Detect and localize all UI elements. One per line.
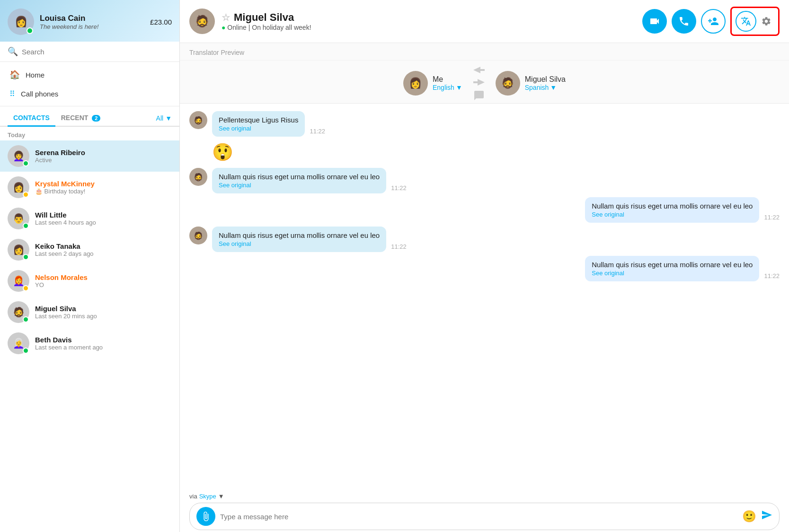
contact-beth[interactable]: 👩‍🦳 Beth Davis Last seen a moment ago [0,328,179,359]
home-icon: 🏠 [9,70,20,80]
message-row: 🧔 Pellentesque Ligus Risus See original … [189,111,780,137]
status-dot-green [23,316,29,323]
contact-avatar: 👩‍🦳 [8,332,29,354]
via-service-link[interactable]: Skype [199,493,216,500]
message-input[interactable] [220,513,737,521]
tab-recent[interactable]: RECENT 2 [55,110,106,127]
msg-bubble: Pellentesque Ligus Risus See original [212,111,305,137]
voice-call-button[interactable] [672,9,696,34]
video-icon [649,16,660,27]
contact-language-selector[interactable]: Spanish ▼ [525,84,566,91]
status-dot-yellow [23,192,29,198]
see-original-link[interactable]: See original [219,240,380,247]
translator-separator [472,65,486,101]
contact-sub: YO [35,281,172,288]
message-row: 🧔 Nullam quis risus eget urna mollis orn… [189,227,780,252]
translator-users: 👩 Me English ▼ [180,61,789,103]
chevron-down-icon: ▼ [550,84,557,91]
status-dot-green [23,254,29,260]
msg-avatar: 🧔 [189,168,207,186]
msg-time: 11:22 [764,214,780,221]
contact-avatar: 🧔 [496,71,520,96]
tabs-bar: CONTACTS RECENT 2 All ▼ [0,106,179,127]
contact-avatar: 👩‍🦰 [8,270,29,292]
see-original-link[interactable]: See original [592,211,753,218]
tab-contacts[interactable]: CONTACTS [8,110,55,127]
contact-will[interactable]: 👨 Will Little Last seen 4 hours ago [0,203,179,234]
star-icon[interactable]: ☆ [222,12,230,23]
contact-sub: Last seen 4 hours ago [35,219,172,226]
send-icon [761,509,772,521]
msg-bubble-right: Nullam quis risus eget urna mollis ornar… [585,197,759,223]
contact-krystal[interactable]: 👩 Krystal McKinney 🎂 Birthday today! [0,172,179,203]
add-contact-icon [708,16,719,27]
message-row-right: 11:22 Nullam quis risus eget urna mollis… [189,197,780,223]
contact-name: Nelson Morales [35,273,172,281]
nav-items: 🏠 Home ⠿ Call phones [0,62,179,106]
me-label: Me [433,75,462,84]
emoji-button[interactable]: 🙂 [742,510,756,523]
search-input[interactable] [22,48,172,56]
msg-avatar: 🧔 [189,111,207,129]
see-original-link[interactable]: See original [219,182,380,189]
msg-time: 11:22 [310,128,325,135]
phone-icon [678,16,690,27]
tab-all-filter[interactable]: All ▼ [156,114,172,122]
user-status-text: The weekend is here! [40,23,98,30]
me-avatar: 👩 [403,71,428,96]
gear-icon [761,16,771,26]
chevron-down-icon: ▼ [456,84,462,91]
attach-icon [201,511,211,522]
video-call-button[interactable] [642,9,667,34]
translator-preview-section: Translator Preview 👩 Me English ▼ [180,43,789,104]
contacts-section-label: Today [0,127,179,140]
message-row-right: 11:22 Nullam quis risus eget urna mollis… [189,256,780,281]
chat-contact-name: Miguel Silva [234,11,294,24]
contact-label: Miguel Silva [525,75,566,84]
msg-bubble-right: Nullam quis risus eget urna mollis ornar… [585,256,759,281]
sidebar: 👩 Louisa Cain The weekend is here! £23.0… [0,0,180,532]
translator-button[interactable] [736,11,756,32]
see-original-link[interactable]: See original [592,270,753,277]
send-button[interactable] [761,509,772,523]
settings-button[interactable] [758,13,774,29]
call-phones-icon: ⠿ [9,89,15,98]
user-info: 👩 Louisa Cain The weekend is here! [8,9,98,35]
contact-name: Miguel Silva [35,305,172,313]
contacts-list: 👩‍🦱 Serena Ribeiro Active 👩 Krystal McKi… [0,140,179,532]
contact-sub: 🎂 Birthday today! [35,188,172,195]
message-row-emoji: 😲 [189,140,780,164]
nav-home[interactable]: 🏠 Home [0,65,179,85]
nav-home-label: Home [26,71,44,79]
status-dot-yellow [23,285,29,291]
msg-avatar: 🧔 [189,227,207,244]
search-bar[interactable]: 🔍 [0,42,179,62]
status-dot-green [23,348,29,354]
contact-avatar: 👩 [8,239,29,261]
chat-icon [473,90,485,101]
via-label: via Skype ▼ [189,493,780,500]
attach-button[interactable] [196,507,215,526]
status-dot-green [23,160,29,166]
via-chevron-icon: ▼ [218,493,224,500]
see-original-link[interactable]: See original [219,125,298,132]
contact-name: Keiko Tanaka [35,242,172,250]
user-avatar-wrap: 👩 [8,9,34,35]
translator-icon [741,16,751,26]
contact-sub: Last seen 20 mins ago [35,313,172,320]
add-contact-button[interactable] [701,9,726,34]
chat-header-actions [642,7,780,36]
contact-keiko[interactable]: 👩 Keiko Tanaka Last seen 2 days ago [0,234,179,265]
msg-bubble: Nullam quis risus eget urna mollis ornar… [212,168,386,193]
nav-call-phones[interactable]: ⠿ Call phones [0,85,179,103]
contact-serena[interactable]: 👩‍🦱 Serena Ribeiro Active [0,140,179,172]
contact-nelson[interactable]: 👩‍🦰 Nelson Morales YO [0,265,179,297]
input-area: via Skype ▼ 🙂 [180,490,789,532]
me-language-selector[interactable]: English ▼ [433,84,462,91]
contact-miguel[interactable]: 🧔 Miguel Silva Last seen 20 mins ago [0,297,179,328]
contact-avatar: 🧔 [8,301,29,323]
chat-header-avatar: 🧔 [189,9,215,34]
contact-name: Krystal McKinney [35,180,172,188]
contact-sub: Last seen a moment ago [35,344,172,351]
msg-bubble: Nullam quis risus eget urna mollis ornar… [212,227,386,252]
